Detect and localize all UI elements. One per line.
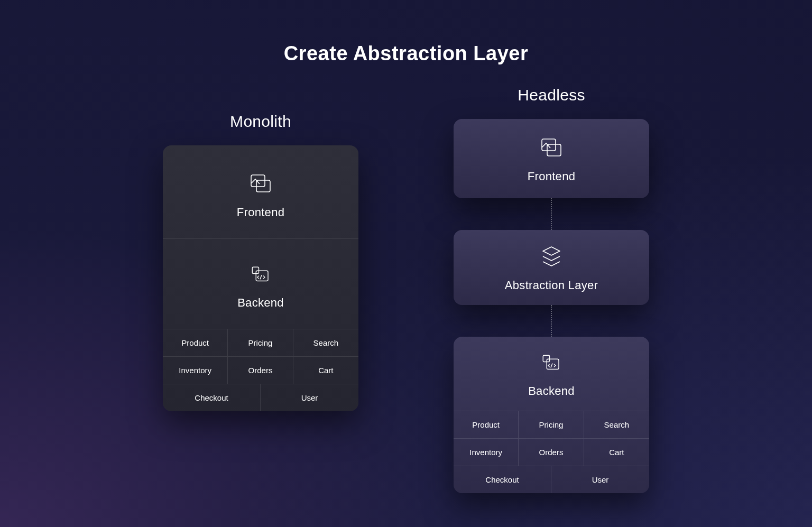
headless-stack: Frontend Abstraction Layer: [454, 119, 649, 493]
monolith-backend-label: Backend: [237, 296, 284, 310]
headless-frontend-label: Frontend: [528, 170, 575, 183]
headless-backend-label: Backend: [528, 384, 575, 398]
headless-services-grid: Product Pricing Search Inventory Orders …: [454, 411, 649, 493]
svg-rect-3: [256, 271, 268, 281]
monolith-card: Frontend Backend Product Pricing: [163, 145, 358, 411]
service-cell: Checkout: [163, 384, 261, 411]
headless-backend-header: Backend: [454, 337, 649, 411]
headless-heading: Headless: [518, 86, 585, 104]
service-cell: User: [551, 466, 649, 493]
service-cell: Orders: [519, 438, 584, 466]
svg-rect-2: [252, 267, 259, 273]
abstraction-layer-card: Abstraction Layer: [454, 230, 649, 305]
svg-line-10: [551, 364, 552, 367]
svg-marker-7: [543, 247, 560, 255]
service-cell: Pricing: [228, 329, 293, 356]
service-cell: Inventory: [454, 438, 519, 466]
connector-line: [551, 305, 552, 337]
diagram-columns: Monolith Frontend: [0, 86, 812, 493]
service-cell: Search: [584, 411, 649, 438]
headless-frontend-card: Frontend: [454, 119, 649, 198]
service-cell: Inventory: [163, 356, 228, 384]
service-cell: Product: [163, 329, 228, 356]
service-cell: Search: [293, 329, 358, 356]
svg-line-4: [260, 275, 262, 279]
connector-line: [551, 198, 552, 230]
page-title: Create Abstraction Layer: [0, 0, 812, 86]
image-stack-icon: [539, 135, 564, 160]
monolith-frontend-section: Frontend: [163, 145, 358, 239]
service-cell: User: [261, 384, 358, 411]
monolith-frontend-label: Frontend: [237, 206, 284, 219]
monolith-services-grid: Product Pricing Search Inventory Orders …: [163, 329, 358, 411]
monolith-heading: Monolith: [230, 113, 291, 131]
svg-rect-9: [547, 359, 559, 369]
service-cell: Pricing: [519, 411, 584, 438]
layers-icon: [539, 244, 564, 269]
service-cell: Product: [454, 411, 519, 438]
service-cell: Orders: [228, 356, 293, 384]
headless-backend-card: Backend Product Pricing Search Inventory…: [454, 337, 649, 493]
svg-rect-6: [547, 144, 561, 156]
image-stack-icon: [248, 171, 273, 196]
service-cell: Cart: [584, 438, 649, 466]
svg-rect-8: [543, 355, 549, 362]
monolith-column: Monolith Frontend: [163, 113, 358, 411]
service-cell: Checkout: [454, 466, 551, 493]
headless-column: Headless Frontend: [454, 86, 649, 493]
code-window-icon: [540, 353, 562, 375]
service-cell: Cart: [293, 356, 358, 384]
svg-rect-1: [256, 180, 270, 192]
code-window-icon: [250, 264, 272, 286]
abstraction-layer-label: Abstraction Layer: [505, 279, 598, 292]
monolith-backend-section: Backend: [163, 239, 358, 329]
